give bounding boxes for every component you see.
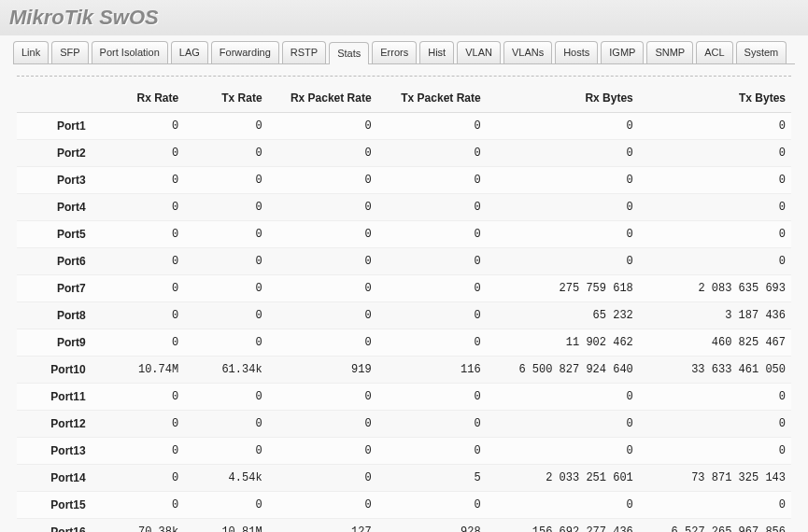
rx-bytes: 0 xyxy=(487,384,639,411)
tx-rate: 0 xyxy=(184,302,267,329)
tx-rate: 61.34k xyxy=(184,357,267,384)
table-row: Port15000000 xyxy=(17,492,791,519)
tab-vlans[interactable]: VLANs xyxy=(503,41,552,63)
tab-link[interactable]: Link xyxy=(13,41,49,63)
tx-pkt-rate: 116 xyxy=(377,357,487,384)
rx-rate: 0 xyxy=(101,221,184,248)
port-label: Port8 xyxy=(17,302,101,329)
tx-bytes: 0 xyxy=(639,221,791,248)
table-row: Port1670.38k10.81M127928156 692 277 4366… xyxy=(17,519,791,533)
tab-igmp[interactable]: IGMP xyxy=(601,41,644,63)
rx-rate: 0 xyxy=(101,465,184,492)
rx-bytes: 11 902 462 xyxy=(487,329,639,357)
tx-rate: 0 xyxy=(184,492,267,519)
rx-rate: 0 xyxy=(101,438,184,465)
port-label: Port6 xyxy=(17,248,101,275)
col-tx-rate: Tx Rate xyxy=(184,84,267,113)
table-row: Port70000275 759 6182 083 635 693 xyxy=(17,275,791,302)
tab-errors[interactable]: Errors xyxy=(372,41,417,63)
rx-rate: 0 xyxy=(101,248,184,275)
rx-rate: 0 xyxy=(101,194,184,221)
tab-snmp[interactable]: SNMP xyxy=(646,41,693,63)
port-label: Port12 xyxy=(17,411,101,438)
tx-rate: 0 xyxy=(184,248,267,275)
tab-stats[interactable]: Stats xyxy=(329,42,369,64)
tx-pkt-rate: 0 xyxy=(377,248,487,275)
tab-port-isolation[interactable]: Port Isolation xyxy=(92,41,168,63)
tab-sfp[interactable]: SFP xyxy=(51,41,88,63)
rx-pkt-rate: 0 xyxy=(268,167,377,194)
rx-rate: 10.74M xyxy=(101,357,184,384)
table-row: Port9000011 902 462460 825 467 xyxy=(17,329,791,357)
col-rx-rate: Rx Rate xyxy=(101,84,184,113)
tx-bytes: 0 xyxy=(639,438,791,465)
rx-pkt-rate: 127 xyxy=(268,519,377,533)
table-row: Port1000000 xyxy=(17,113,791,140)
tab-hosts[interactable]: Hosts xyxy=(555,41,598,63)
table-row: Port4000000 xyxy=(17,194,791,221)
tx-pkt-rate: 0 xyxy=(377,113,487,140)
rx-pkt-rate: 0 xyxy=(268,140,377,167)
port-label: Port10 xyxy=(17,357,101,384)
tx-rate: 4.54k xyxy=(184,465,267,492)
port-label: Port2 xyxy=(17,140,101,167)
tx-rate: 0 xyxy=(184,275,267,302)
tx-rate: 10.81M xyxy=(184,519,267,533)
rx-rate: 0 xyxy=(101,302,184,329)
tx-bytes: 6 527 265 967 856 xyxy=(639,519,791,533)
separator xyxy=(17,76,791,77)
tx-pkt-rate: 0 xyxy=(377,302,487,329)
tx-bytes: 0 xyxy=(639,384,791,411)
tx-rate: 0 xyxy=(184,194,267,221)
rx-pkt-rate: 0 xyxy=(268,465,377,492)
tx-pkt-rate: 0 xyxy=(377,167,487,194)
tab-lag[interactable]: LAG xyxy=(171,41,208,63)
tx-bytes: 0 xyxy=(639,411,791,438)
port-label: Port15 xyxy=(17,492,101,519)
tx-pkt-rate: 0 xyxy=(377,194,487,221)
tab-hist[interactable]: Hist xyxy=(419,41,454,63)
tx-pkt-rate: 0 xyxy=(377,275,487,302)
table-row: Port1010.74M61.34k9191166 500 827 924 64… xyxy=(17,357,791,384)
tab-bar: LinkSFPPort IsolationLAGForwardingRSTPSt… xyxy=(0,35,808,63)
rx-bytes: 0 xyxy=(487,194,639,221)
header-row: Rx Rate Tx Rate Rx Packet Rate Tx Packet… xyxy=(17,84,791,113)
rx-rate: 70.38k xyxy=(101,519,184,533)
tx-bytes: 0 xyxy=(639,113,791,140)
tx-rate: 0 xyxy=(184,140,267,167)
table-row: Port3000000 xyxy=(17,167,791,194)
tab-rstp[interactable]: RSTP xyxy=(282,41,326,63)
port-label: Port7 xyxy=(17,275,101,302)
tab-vlan[interactable]: VLAN xyxy=(457,41,501,63)
tx-bytes: 3 187 436 xyxy=(639,302,791,329)
tab-system[interactable]: System xyxy=(736,41,787,63)
tx-pkt-rate: 0 xyxy=(377,221,487,248)
tx-pkt-rate: 0 xyxy=(377,438,487,465)
tx-bytes: 0 xyxy=(639,140,791,167)
tab-forwarding[interactable]: Forwarding xyxy=(211,41,279,63)
rx-pkt-rate: 0 xyxy=(268,384,377,411)
rx-bytes: 0 xyxy=(487,113,639,140)
rx-pkt-rate: 0 xyxy=(268,113,377,140)
rx-pkt-rate: 0 xyxy=(268,248,377,275)
tab-acl[interactable]: ACL xyxy=(696,41,732,63)
col-tx-pkt-rate: Tx Packet Rate xyxy=(377,84,487,113)
tx-bytes: 0 xyxy=(639,492,791,519)
col-port xyxy=(17,84,101,113)
tx-rate: 0 xyxy=(184,384,267,411)
tx-pkt-rate: 0 xyxy=(377,411,487,438)
rx-bytes: 0 xyxy=(487,221,639,248)
rx-rate: 0 xyxy=(101,275,184,302)
port-label: Port11 xyxy=(17,384,101,411)
table-row: Port1404.54k052 033 251 60173 871 325 14… xyxy=(17,465,791,492)
rx-rate: 0 xyxy=(101,329,184,357)
tab-underline xyxy=(13,63,795,64)
tx-bytes: 73 871 325 143 xyxy=(639,465,791,492)
rx-pkt-rate: 0 xyxy=(268,194,377,221)
rx-pkt-rate: 0 xyxy=(268,275,377,302)
col-rx-bytes: Rx Bytes xyxy=(487,84,639,113)
tx-pkt-rate: 0 xyxy=(377,329,487,357)
table-row: Port5000000 xyxy=(17,221,791,248)
rx-rate: 0 xyxy=(101,167,184,194)
rx-bytes: 0 xyxy=(487,248,639,275)
